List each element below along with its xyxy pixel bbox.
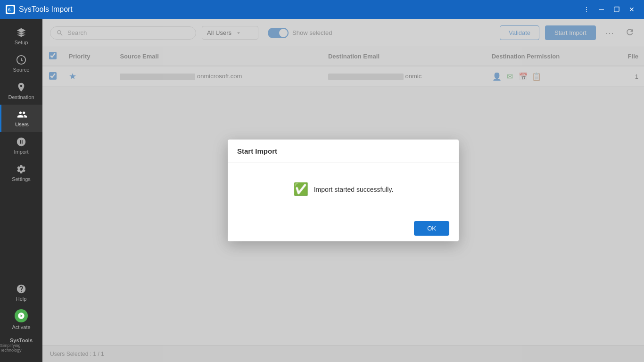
modal-body: ✅ Import started successfully. (228, 163, 459, 215)
modal-overlay: Start Import ✅ Import started successful… (42, 19, 644, 362)
modal-message: Import started successfully. (314, 186, 394, 193)
sidebar-item-destination[interactable]: Destination (0, 77, 42, 105)
sidebar-item-help[interactable]: Help (0, 280, 42, 305)
title-bar-left: S SysTools Import (6, 5, 73, 14)
app-title: SysTools Import (19, 5, 73, 14)
sidebar-help-label: Help (16, 296, 27, 302)
sidebar-bottom: Help Activate SysTools Simplifying Techn… (0, 280, 42, 362)
sidebar-label-destination: Destination (8, 94, 34, 100)
brand-name: SysTools (10, 337, 33, 343)
sidebar-item-setup[interactable]: Setup (0, 23, 42, 50)
start-import-modal: Start Import ✅ Import started successful… (228, 140, 459, 241)
sidebar-activate-label: Activate (12, 324, 30, 330)
ok-button[interactable]: OK (414, 221, 449, 236)
modal-title: Start Import (228, 140, 459, 163)
app-icon: S (6, 5, 15, 14)
minimize-btn[interactable]: ─ (595, 3, 608, 16)
title-bar: S SysTools Import ⋮ ─ ❐ ✕ (0, 0, 644, 19)
brand-logo: SysTools Simplifying Technology (0, 334, 42, 356)
sidebar-item-source[interactable]: Source (0, 50, 42, 77)
sidebar-item-settings[interactable]: Settings (0, 159, 42, 187)
sidebar-item-activate[interactable]: Activate (0, 305, 42, 334)
sidebar-label-source: Source (13, 67, 30, 73)
sidebar-label-import: Import (14, 149, 28, 155)
sidebar: Setup Source Destination Users Import Se… (0, 19, 42, 362)
activate-icon (15, 309, 28, 322)
svg-text:S: S (8, 8, 11, 12)
sidebar-label-users: Users (15, 122, 29, 127)
sidebar-item-users[interactable]: Users (0, 105, 42, 132)
modal-footer: OK (228, 215, 459, 241)
window-controls: ⋮ ─ ❐ ✕ (580, 3, 638, 16)
sidebar-label-setup: Setup (15, 40, 28, 45)
brand-tagline: Simplifying Technology (0, 343, 42, 353)
success-icon: ✅ (293, 182, 308, 197)
sidebar-label-settings: Settings (12, 176, 31, 182)
close-btn[interactable]: ✕ (625, 3, 638, 16)
more-options-btn[interactable]: ⋮ (580, 3, 593, 16)
maximize-btn[interactable]: ❐ (610, 3, 623, 16)
sidebar-item-import[interactable]: Import (0, 132, 42, 159)
